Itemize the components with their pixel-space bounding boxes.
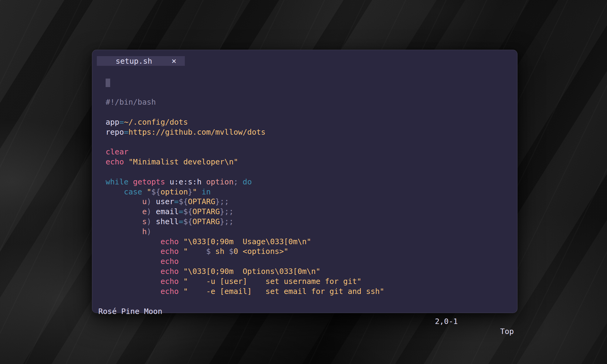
statusline: Rosé Pine Moon 2,0-1 Top (92, 296, 517, 306)
statusline-ruler: 2,0-1 (435, 316, 458, 326)
code-line: h) (106, 227, 512, 237)
code-line (106, 167, 512, 177)
code-line: echo "Minimalist developer\n" (106, 157, 512, 167)
cursor-block (106, 79, 110, 87)
code-line: clear (106, 147, 512, 157)
statusline-position: Top (500, 326, 514, 336)
terminal-window: setup.sh × #!/bin/bashapp=~/.config/dots… (92, 50, 517, 313)
code-line: s) shell=${OPTARG};; (106, 217, 512, 227)
code-line (106, 107, 512, 117)
statusline-theme: Rosé Pine Moon (98, 306, 162, 316)
code-line: case "${option}" in (106, 187, 512, 197)
code-line: while getopts u:e:s:h option; do (106, 177, 512, 187)
tab-title: setup.sh (116, 57, 152, 66)
code-line: echo "\033[0;90m Usage\033[0m\n" (106, 237, 512, 247)
code-line: app=~/.config/dots (106, 117, 512, 127)
code-area[interactable]: #!/bin/bashapp=~/.config/dotsrepo=https:… (106, 68, 512, 296)
code-line: echo " -u [user] set username for git" (106, 277, 512, 287)
code-line: #!/bin/bash (106, 97, 512, 107)
tab-setup-sh[interactable]: setup.sh × (97, 56, 185, 66)
code-line: echo "\033[0;90m Options\033[0m\n" (106, 267, 512, 277)
code-line: repo=https://github.com/mvllow/dots (106, 127, 512, 137)
code-line: echo " -e [email] set email for git and … (106, 287, 512, 296)
code-line: echo " $ sh $0 <options>" (106, 247, 512, 257)
code-line: u) user=${OPTARG};; (106, 197, 512, 207)
code-line (106, 137, 512, 147)
close-icon[interactable]: × (171, 57, 176, 65)
code-line: e) email=${OPTARG};; (106, 207, 512, 217)
desktop-background: setup.sh × #!/bin/bashapp=~/.config/dots… (0, 0, 607, 364)
code-line: echo (106, 257, 512, 267)
